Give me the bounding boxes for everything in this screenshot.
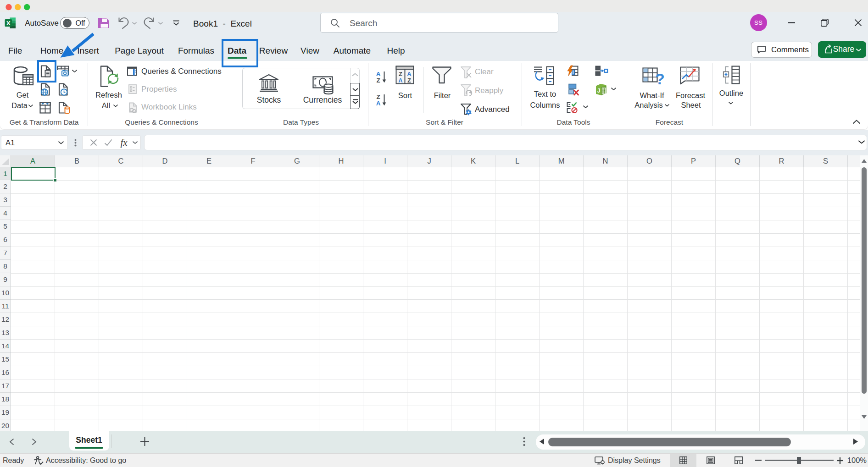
svg-text:J: J <box>597 88 601 94</box>
svg-text:?: ? <box>655 70 665 88</box>
svg-text:A: A <box>376 100 381 107</box>
svg-text:X: X <box>6 20 11 27</box>
svg-text:Z: Z <box>399 71 402 77</box>
svg-text:A: A <box>376 71 381 77</box>
svg-text:A: A <box>398 77 403 84</box>
svg-text:Z: Z <box>376 93 380 100</box>
svg-text:Z: Z <box>376 77 380 84</box>
svg-text:A: A <box>407 71 412 77</box>
svg-text:Z: Z <box>407 77 411 84</box>
